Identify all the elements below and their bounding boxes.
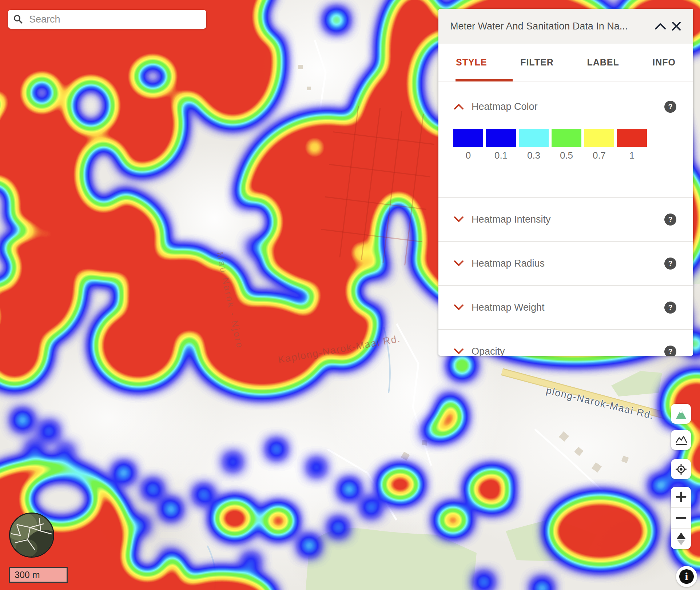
tab-style[interactable]: STYLE [456,57,487,68]
minus-icon [676,513,687,523]
color-stop-value: 0.7 [584,150,614,161]
help-icon[interactable]: ? [664,214,676,226]
section-heatmap-color: Heatmap Color ? 0 0.1 0.3 0.5 0.7 1 [438,100,693,197]
collapse-panel-button[interactable] [652,18,668,34]
chevron-up-icon [655,22,666,30]
help-icon[interactable]: ? [664,101,676,113]
section-label: Opacity [472,346,664,356]
panel-tabs: STYLE FILTER LABEL INFO [438,44,693,81]
color-swatch [519,129,549,147]
info-icon: i [679,569,694,584]
chevron-up-icon [454,103,464,110]
section-heatmap-intensity[interactable]: Heatmap Intensity ? [438,197,693,241]
section-opacity[interactable]: Opacity ? [438,329,693,356]
color-swatch [486,129,516,147]
close-panel-button[interactable] [668,18,684,34]
section-heatmap-radius[interactable]: Heatmap Radius ? [438,241,693,285]
heatmap-color-ramp [438,129,693,147]
panel-header: Meter Water And Sanitation Data In Na... [438,9,693,44]
section-heatmap-weight[interactable]: Heatmap Weight ? [438,285,693,329]
tab-label[interactable]: LABEL [587,57,619,68]
scale-bar: 300 m [9,567,68,583]
panel-title: Meter Water And Sanitation Data In Na... [450,21,652,32]
locate-me-button[interactable] [671,459,691,479]
map-canvas[interactable]: Kaplong-Narok-Maai Rd. plong-Narok-Maai … [0,0,700,590]
tilt-control[interactable] [671,528,691,549]
close-icon [671,21,681,31]
layer-style-panel: Meter Water And Sanitation Data In Na...… [438,9,693,356]
chevron-down-icon [454,348,464,355]
color-swatch [552,129,581,147]
chevron-down-icon [454,216,464,223]
color-swatch [453,129,483,147]
active-tab-underline [456,79,513,81]
help-icon[interactable]: ? [664,258,676,270]
tab-info[interactable]: INFO [652,57,676,68]
section-label: Heatmap Weight [472,302,664,313]
help-icon[interactable]: ? [664,302,676,314]
mountain-icon [674,407,688,421]
plus-icon [676,491,687,502]
tilt-up-icon [677,533,685,539]
minimap-satellite [10,514,53,557]
scale-label: 300 m [15,570,40,580]
color-swatch [617,129,647,147]
color-swatch [584,129,614,147]
section-header-heatmap-color[interactable]: Heatmap Color ? [438,100,693,113]
search-input[interactable] [28,13,201,25]
search-icon [13,14,23,24]
search-box[interactable] [8,10,206,29]
color-stop-value: 1 [617,150,647,161]
color-stop-value: 0.3 [519,150,549,161]
minimap[interactable] [9,513,54,558]
section-label: Heatmap Radius [472,258,664,269]
mountain-range-icon [674,433,688,447]
tilt-down-icon [677,540,685,545]
color-stop-value: 0.1 [486,150,516,161]
section-label: Heatmap Color [472,101,664,112]
tab-filter[interactable]: FILTER [520,57,554,68]
terrain-basemap-button[interactable] [671,404,691,424]
chevron-down-icon [454,260,464,267]
section-label: Heatmap Intensity [472,214,664,225]
attribution-info-button[interactable]: i [676,566,697,587]
zoom-tilt-controls [671,487,691,549]
heatmap-color-values: 0 0.1 0.3 0.5 0.7 1 [438,150,693,161]
color-stop-value: 0 [453,150,483,161]
help-icon[interactable]: ? [664,346,676,356]
zoom-out-button[interactable] [671,507,691,529]
hillshade-button[interactable] [671,430,691,450]
zoom-in-button[interactable] [671,487,691,507]
locate-icon [674,462,688,477]
chevron-down-icon [454,304,464,311]
color-stop-value: 0.5 [552,150,581,161]
